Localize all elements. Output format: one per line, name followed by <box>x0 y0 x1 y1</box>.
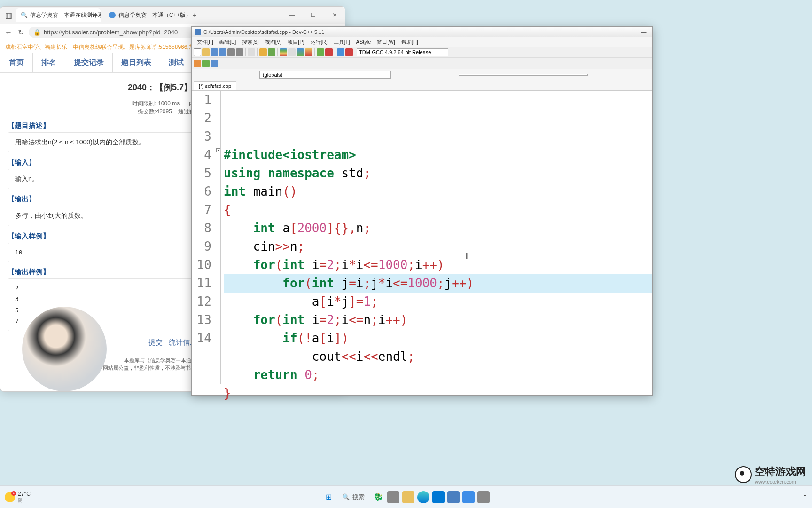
taskbar-search[interactable]: 🔍 搜索 <box>337 491 369 503</box>
new-tab-button[interactable]: + <box>193 11 196 19</box>
code-editor[interactable]: 1234567891011121314 - I #include<iostrea… <box>192 91 652 384</box>
globe-icon <box>109 12 116 18</box>
scope-bar: (globals) <box>192 69 652 80</box>
debug-icon[interactable] <box>317 48 324 56</box>
minimize-button[interactable]: — <box>281 7 303 24</box>
bookmark-icon[interactable] <box>211 60 218 67</box>
goto-icon[interactable] <box>202 60 210 67</box>
devcpp-menubar: 文件[F] 编辑[E] 搜索[S] 视图[V] 项目[P] 运行[R] 工具[T… <box>192 37 652 47</box>
devcpp-icon <box>195 29 201 35</box>
print-icon[interactable] <box>248 48 255 56</box>
save-as-icon[interactable] <box>227 48 235 56</box>
menu-view[interactable]: 视图[V] <box>263 38 284 47</box>
devcpp-toolbar-1: TDM-GCC 4.9.2 64-bit Release <box>192 47 652 58</box>
menu-search[interactable]: 搜索[S] <box>240 38 261 47</box>
search-icon: 🔍 <box>21 12 27 18</box>
profile-icon[interactable] <box>337 48 344 56</box>
menu-project[interactable]: 项目[P] <box>285 38 306 47</box>
menu-window[interactable]: 窗口[W] <box>375 38 398 47</box>
devcpp-window-controls: — <box>638 29 649 35</box>
nav-home[interactable]: 首页 <box>0 53 33 72</box>
store-icon[interactable] <box>432 491 445 503</box>
task-app-icon[interactable]: 🐉 <box>372 491 384 503</box>
code-content[interactable]: I #include<iostream>using namespace std;… <box>221 91 652 384</box>
taskbar: 1 27°C 阴 ⊞ 🔍 搜索 🐉 ⌃ <box>0 485 812 508</box>
maximize-button[interactable]: ☐ <box>303 7 324 24</box>
window-controls: — ☐ ✕ <box>281 7 345 24</box>
compile-icon[interactable] <box>280 48 287 56</box>
submit-link[interactable]: 提交 <box>148 338 163 346</box>
system-tray[interactable]: ⌃ <box>803 494 807 500</box>
edge-icon[interactable] <box>417 491 429 503</box>
devcpp-window: C:\Users\Admin\Desktop\sdfsfsd.cpp - Dev… <box>191 26 653 396</box>
chevron-up-icon[interactable]: ⌃ <box>803 494 807 500</box>
open-icon[interactable] <box>202 48 210 56</box>
fold-icon[interactable]: - <box>216 148 220 152</box>
submit-count: 提交数:42095 <box>138 108 172 115</box>
watermark: 空特游戏网 www.cotekcn.com <box>735 465 806 484</box>
start-icon[interactable]: ⊞ <box>322 491 335 503</box>
back-icon[interactable]: ← <box>4 28 13 37</box>
watermark-url: www.cotekcn.com <box>755 479 806 484</box>
line-gutter: 1234567891011121314 <box>192 91 216 384</box>
save-icon[interactable] <box>211 48 218 56</box>
menu-file[interactable]: 文件[F] <box>195 38 216 47</box>
weather-icon: 1 <box>5 492 15 502</box>
lock-icon: 🔒 <box>33 29 41 36</box>
save-all-icon[interactable] <box>219 48 226 56</box>
close-button[interactable]: ✕ <box>324 7 345 24</box>
tab-title: 信息学奥赛一本通（C++版）在 <box>118 11 189 19</box>
search-icon: 🔍 <box>342 493 350 500</box>
compile-run-icon[interactable] <box>297 48 304 56</box>
nav-rank[interactable]: 排名 <box>33 53 65 72</box>
watermark-logo-icon <box>735 466 752 483</box>
browser-tab-1[interactable]: 🔍 信息学奥赛一本通在线测评系统 × <box>16 8 101 22</box>
tabs-menu-icon[interactable]: ▥ <box>5 11 12 20</box>
redo-icon[interactable] <box>268 48 275 56</box>
new-class-icon[interactable] <box>194 60 201 67</box>
new-file-icon[interactable] <box>194 48 201 56</box>
member-selector[interactable] <box>459 74 588 76</box>
taskview-icon[interactable] <box>387 491 399 503</box>
run-icon[interactable] <box>288 48 296 56</box>
taskbar-center: ⊞ 🔍 搜索 🐉 <box>322 491 490 503</box>
nav-problems[interactable]: 题目列表 <box>113 53 160 72</box>
webcam-overlay <box>22 307 107 391</box>
fold-column: - <box>216 91 221 384</box>
undo-icon[interactable] <box>259 48 267 56</box>
weather-desc: 阴 <box>18 497 31 504</box>
menu-edit[interactable]: 编辑[E] <box>217 38 238 47</box>
file-tab-bar: [*] sdfsfsd.cpp <box>192 80 652 91</box>
nav-test[interactable]: 测试 <box>160 53 193 72</box>
file-tab[interactable]: [*] sdfsfsd.cpp <box>194 81 236 90</box>
window-title: C:\Users\Admin\Desktop\sdfsfsd.cpp - Dev… <box>203 29 324 35</box>
reload-icon[interactable]: ↻ <box>16 28 25 37</box>
compiler-selector[interactable]: TDM-GCC 4.9.2 64-bit Release <box>357 48 448 56</box>
watermark-text: 空特游戏网 <box>755 465 806 479</box>
app-icon[interactable] <box>462 491 475 503</box>
devcpp-toolbar-2 <box>192 58 652 69</box>
devcpp-titlebar[interactable]: C:\Users\Admin\Desktop\sdfsfsd.cpp - Dev… <box>192 27 652 37</box>
minimize-button[interactable]: — <box>638 29 649 35</box>
menu-help[interactable]: 帮助[H] <box>399 38 421 47</box>
delete-profile-icon[interactable] <box>345 48 353 56</box>
scope-selector[interactable]: (globals) <box>259 71 391 79</box>
devcpp-taskbar-icon[interactable] <box>447 491 460 503</box>
close-file-icon[interactable] <box>236 48 243 56</box>
search-placeholder: 搜索 <box>352 493 365 501</box>
weather-widget[interactable]: 1 27°C 阴 <box>5 491 31 504</box>
menu-tools[interactable]: 工具[T] <box>331 38 352 47</box>
rebuild-icon[interactable] <box>305 48 312 56</box>
app-icon-2[interactable] <box>477 491 490 503</box>
browser-titlebar: ▥ 🔍 信息学奥赛一本通在线测评系统 × 信息学奥赛一本通（C++版）在 × +… <box>0 7 345 24</box>
menu-astyle[interactable]: AStyle <box>354 38 374 46</box>
tab-title: 信息学奥赛一本通在线测评系统 <box>30 11 101 19</box>
weather-temp: 27°C <box>18 491 31 497</box>
nav-submit[interactable]: 提交记录 <box>65 53 113 72</box>
stop-icon[interactable] <box>325 48 333 56</box>
browser-tab-2[interactable]: 信息学奥赛一本通（C++版）在 × <box>104 8 189 22</box>
explorer-icon[interactable] <box>402 491 414 503</box>
menu-run[interactable]: 运行[R] <box>308 38 330 47</box>
url-text: https://ybt.ssoier.cn/problem_show.php?p… <box>44 29 178 36</box>
time-limit: 时间限制: 1000 ms <box>132 100 180 107</box>
